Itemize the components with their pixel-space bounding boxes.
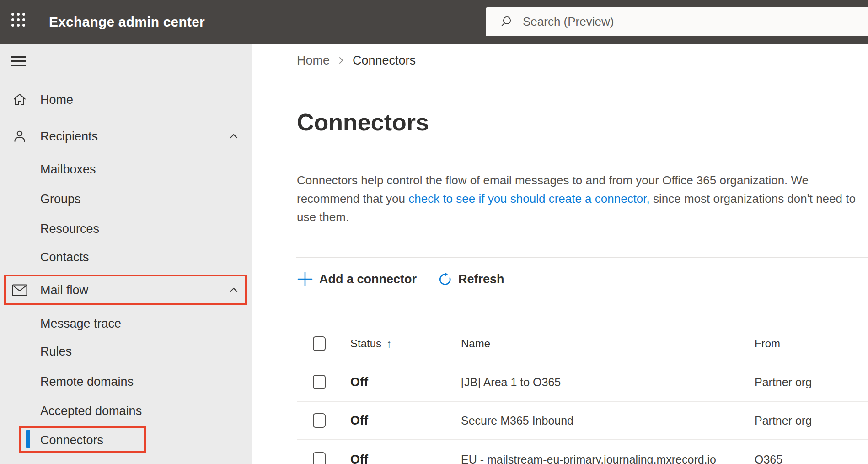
main-content: Home Connectors Connectors Connectors he… <box>252 44 868 464</box>
app-launcher-icon[interactable] <box>11 13 30 31</box>
sidebar-item-message-trace[interactable]: Message trace <box>0 309 252 338</box>
row-checkbox[interactable] <box>313 452 326 464</box>
refresh-icon <box>438 272 452 286</box>
add-connector-button[interactable]: Add a connector <box>297 271 417 287</box>
from-cell: Partner org <box>755 414 868 427</box>
top-bar: Exchange admin center Search (Preview) <box>0 0 868 44</box>
exchange-admin-center-app: Exchange admin center Search (Preview) H… <box>0 0 868 464</box>
chevron-right-icon <box>337 56 345 65</box>
add-connector-label: Add a connector <box>319 272 417 286</box>
column-header-label: Name <box>461 337 490 350</box>
sidebar-item-rules[interactable]: Rules <box>0 337 252 366</box>
sidebar-item-label: Contacts <box>40 250 89 264</box>
sidebar-item-label: Mail flow <box>40 283 88 297</box>
name-cell: EU - mailstream-eu-primary.journaling.mx… <box>461 453 755 464</box>
person-icon <box>12 129 27 143</box>
sidebar-item-accepted-domains[interactable]: Accepted domains <box>0 396 252 426</box>
sidebar-item-resources[interactable]: Resources <box>0 214 252 243</box>
refresh-label: Refresh <box>458 272 504 286</box>
sidebar-item-groups[interactable]: Groups <box>0 184 252 214</box>
sidebar-item-remote-domains[interactable]: Remote domains <box>0 367 252 396</box>
from-cell: O365 <box>755 453 868 464</box>
status-cell: Off <box>350 414 461 428</box>
hamburger-menu-icon[interactable] <box>11 56 26 66</box>
chevron-up-icon[interactable] <box>228 131 239 142</box>
sidebar-item-label: Mailboxes <box>40 162 96 177</box>
column-header-from[interactable]: From <box>755 337 868 350</box>
sort-ascending-icon: ↑ <box>386 337 392 350</box>
mail-icon <box>12 284 27 296</box>
table-row[interactable]: Off [JB] Area 1 to O365 Partner org <box>297 363 868 402</box>
row-checkbox[interactable] <box>313 375 326 389</box>
create-connector-check-link[interactable]: check to see if you should create a conn… <box>408 192 650 205</box>
sidebar-item-mail-flow[interactable]: Mail flow <box>0 275 252 305</box>
name-cell: Secure M365 Inbound <box>461 414 755 427</box>
from-cell: Partner org <box>755 376 868 389</box>
home-icon <box>12 92 27 107</box>
sidebar-item-label: Rules <box>40 345 72 359</box>
sidebar-item-home[interactable]: Home <box>0 85 252 114</box>
select-all-checkbox[interactable] <box>313 336 326 351</box>
chevron-up-icon[interactable] <box>228 285 239 296</box>
search-input[interactable]: Search (Preview) <box>486 7 868 36</box>
page-description: Connectors help control the flow of emai… <box>297 171 857 226</box>
toolbar-divider <box>296 257 868 258</box>
sidebar-item-connectors[interactable]: Connectors <box>0 426 252 455</box>
breadcrumb-current: Connectors <box>353 54 416 68</box>
sidebar-item-label: Home <box>40 93 73 107</box>
selected-item-indicator <box>26 430 30 448</box>
row-checkbox[interactable] <box>313 413 326 428</box>
column-header-label: Status <box>350 337 381 350</box>
refresh-button[interactable]: Refresh <box>438 272 504 286</box>
table-header-row: Status↑ Name From <box>297 333 868 355</box>
sidebar-item-label: Message trace <box>40 317 121 331</box>
sidebar-item-contacts[interactable]: Contacts <box>0 243 252 272</box>
app-title: Exchange admin center <box>49 14 205 30</box>
name-cell: [JB] Area 1 to O365 <box>461 376 755 389</box>
column-header-status[interactable]: Status↑ <box>350 337 461 350</box>
sidebar-item-label: Remote domains <box>40 375 134 389</box>
sidebar: Home Recipients Mailboxes Groups Reso <box>0 44 252 464</box>
toolbar: Add a connector Refresh <box>297 267 504 291</box>
breadcrumb: Home Connectors <box>297 52 416 69</box>
sidebar-item-label: Accepted domains <box>40 404 142 418</box>
page-title: Connectors <box>297 109 429 135</box>
status-cell: Off <box>350 375 461 389</box>
search-icon <box>501 16 513 28</box>
sidebar-item-mailboxes[interactable]: Mailboxes <box>0 155 252 184</box>
column-header-name[interactable]: Name <box>461 337 755 350</box>
sidebar-item-label: Recipients <box>40 129 98 144</box>
breadcrumb-home-link[interactable]: Home <box>297 54 330 68</box>
column-header-label: From <box>755 337 780 350</box>
table-header-divider <box>297 361 868 361</box>
sidebar-item-label: Groups <box>40 192 81 206</box>
table-row[interactable]: Off EU - mailstream-eu-primary.journalin… <box>297 440 868 464</box>
search-placeholder: Search (Preview) <box>523 15 614 29</box>
sidebar-item-label: Resources <box>40 222 99 236</box>
plus-icon <box>297 271 313 287</box>
table-row[interactable]: Off Secure M365 Inbound Partner org <box>297 402 868 440</box>
status-cell: Off <box>350 453 461 464</box>
sidebar-item-recipients[interactable]: Recipients <box>0 122 252 151</box>
sidebar-item-label: Connectors <box>40 433 103 448</box>
